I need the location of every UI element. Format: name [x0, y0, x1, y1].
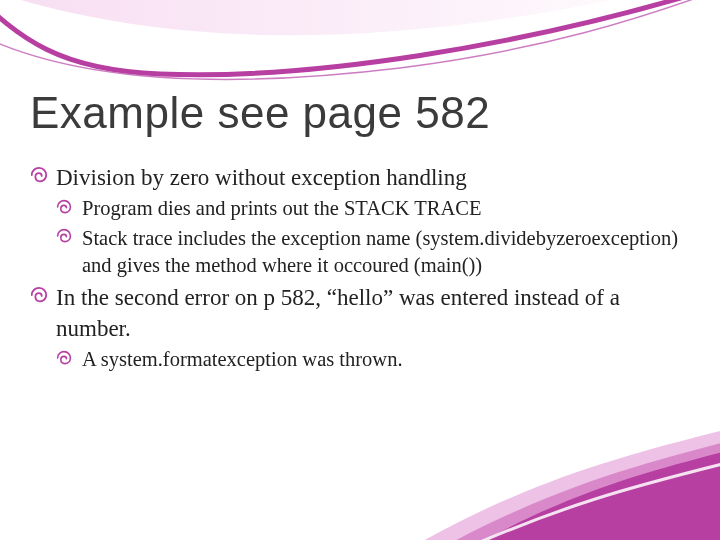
swirl-bullet-icon	[56, 199, 74, 217]
swirl-bullet-icon	[30, 286, 48, 304]
bullet-text: Program dies and prints out the STACK TR…	[82, 197, 481, 219]
bullet-level2: Program dies and prints out the STACK TR…	[56, 195, 688, 223]
bullet-level2: A system.formatexception was thrown.	[56, 346, 688, 374]
swirl-bullet-icon	[56, 228, 74, 246]
bullet-level1: In the second error on p 582, “hello” wa…	[30, 282, 688, 344]
slide-title: Example see page 582	[30, 88, 490, 138]
swirl-bullet-icon	[56, 350, 74, 368]
bullet-text: A system.formatexception was thrown.	[82, 348, 403, 370]
bullet-text: In the second error on p 582, “hello” wa…	[56, 285, 620, 341]
bullet-text: Stack trace includes the exception name …	[82, 227, 678, 277]
bullet-text: Division by zero without exception handl…	[56, 165, 467, 190]
bullet-level2: Stack trace includes the exception name …	[56, 225, 688, 280]
bullet-level1: Division by zero without exception handl…	[30, 162, 688, 193]
swirl-bullet-icon	[30, 166, 48, 184]
slide-body: Division by zero without exception handl…	[30, 160, 688, 376]
